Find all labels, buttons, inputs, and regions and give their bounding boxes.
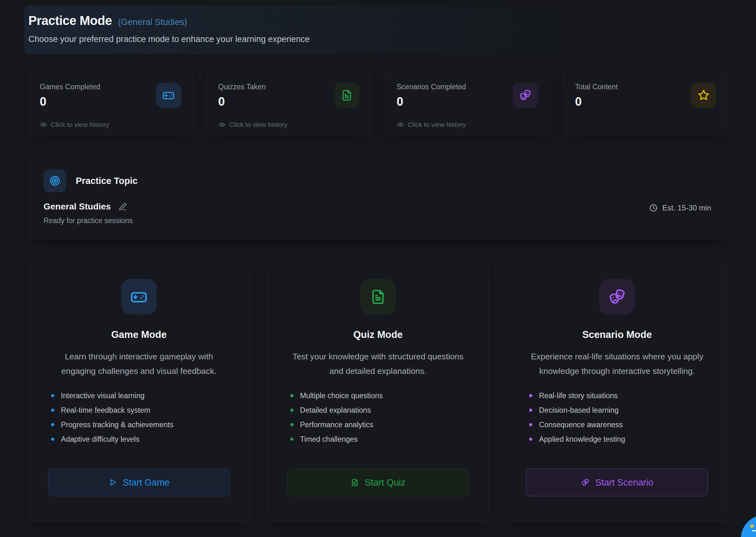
mode-title: Quiz Mode	[354, 329, 403, 341]
gamepad-icon	[121, 279, 157, 314]
feature-item: Consequence awareness	[529, 420, 708, 430]
file-text-icon	[334, 83, 359, 108]
bullet-icon	[290, 394, 293, 397]
header-topic-tag: (General Studies)	[118, 17, 187, 27]
start-quiz-button[interactable]: Start Quiz	[287, 469, 469, 496]
stat-value: 0	[397, 95, 466, 108]
sparkle-icon	[746, 521, 756, 535]
bullet-icon	[529, 423, 532, 426]
stat-value: 0	[575, 95, 618, 108]
page-title: Practice Mode	[28, 14, 112, 28]
stat-history-link[interactable]: Click to view history	[397, 121, 538, 128]
stats-row: Games Completed 0 Click to view history	[28, 65, 728, 136]
stat-card-scenarios-completed[interactable]: Scenarios Completed 0	[385, 65, 550, 136]
quiz-mode-card: Quiz Mode Test your knowledge with struc…	[267, 260, 489, 522]
play-icon	[108, 478, 117, 487]
practice-mode-page: { "theme": { "background": "#15171b", "c…	[0, 0, 756, 537]
pencil-icon	[118, 202, 127, 211]
feature-item: Real-time feedback system	[51, 405, 230, 415]
feature-item: Progress tracking & achievements	[51, 420, 230, 430]
mode-title: Game Mode	[111, 329, 167, 341]
mode-description: Test your knowledge with structured ques…	[287, 349, 469, 378]
stat-history-link[interactable]: Click to view history	[218, 121, 360, 128]
mode-feature-list: Real-life story situations Decision-base…	[526, 391, 708, 449]
mode-description: Experience real-life situations where yo…	[526, 349, 708, 378]
stat-label: Scenarios Completed	[397, 83, 466, 91]
stat-value: 0	[40, 95, 100, 108]
eye-icon	[218, 121, 226, 128]
stat-note-label: Click to view history	[408, 121, 466, 128]
feature-item: Performance analytics	[290, 420, 469, 430]
edit-topic-button[interactable]	[118, 202, 127, 211]
topic-estimate: Est. 15-30 min	[649, 203, 711, 212]
topic-name: General Studies	[44, 202, 111, 212]
eye-icon	[397, 121, 404, 128]
bullet-icon	[529, 409, 532, 412]
stat-label: Games Completed	[40, 83, 100, 91]
bullet-icon	[290, 423, 293, 426]
scenario-mode-card: Scenario Mode Experience real-life situa…	[506, 260, 728, 522]
practice-topic-card: Practice Topic General Studies Ready for…	[28, 155, 727, 240]
bullet-icon	[51, 437, 54, 441]
bullet-icon	[529, 437, 532, 441]
stat-note-label: Click to view history	[51, 121, 109, 128]
bullet-icon	[51, 409, 54, 412]
stat-card-total-content[interactable]: Total Content 0	[564, 65, 728, 136]
target-icon	[44, 169, 66, 192]
start-scenario-label: Start Scenario	[595, 477, 653, 488]
mode-feature-list: Multiple choice questions Detailed expla…	[287, 391, 469, 449]
feature-item: Timed challenges	[290, 434, 469, 444]
feature-item: Real-life story situations	[529, 391, 708, 400]
feature-item: Adaptive difficulty levels	[51, 434, 230, 444]
bullet-icon	[51, 394, 54, 397]
stat-history-link[interactable]: Click to view history	[40, 121, 181, 128]
bullet-icon	[51, 423, 54, 426]
start-game-button[interactable]: Start Game	[48, 469, 230, 496]
assistant-fab-button[interactable]	[741, 515, 756, 537]
theater-masks-icon	[513, 83, 538, 108]
file-text-icon	[351, 478, 359, 487]
modes-row: Game Mode Learn through interactive game…	[28, 260, 728, 522]
eye-icon	[40, 121, 47, 128]
page-header: Practice Mode (General Studies) Choose y…	[24, 6, 732, 54]
mode-description: Learn through interactive gameplay with …	[48, 349, 230, 378]
feature-item: Decision-based learning	[529, 405, 708, 415]
feature-item: Applied knowledge testing	[529, 434, 708, 444]
theater-masks-icon	[599, 279, 635, 314]
stat-label: Total Content	[575, 83, 618, 91]
bullet-icon	[290, 437, 293, 441]
stat-card-quizzes-taken[interactable]: Quizzes Taken 0 Click to view history	[207, 65, 371, 136]
game-mode-card: Game Mode Learn through interactive game…	[28, 260, 250, 522]
stat-label: Quizzes Taken	[218, 83, 266, 91]
stat-card-games-completed[interactable]: Games Completed 0 Click to view history	[28, 65, 193, 136]
feature-item: Multiple choice questions	[290, 391, 469, 400]
start-game-label: Start Game	[123, 477, 169, 488]
start-scenario-button[interactable]: Start Scenario	[526, 469, 708, 496]
mode-feature-list: Interactive visual learning Real-time fe…	[48, 391, 230, 449]
bullet-icon	[529, 394, 532, 397]
mode-title: Scenario Mode	[582, 329, 652, 341]
stat-note-label: Click to view history	[230, 121, 287, 128]
topic-heading: Practice Topic	[76, 176, 138, 186]
topic-status: Ready for practice sessions	[44, 217, 711, 225]
feature-item: Interactive visual learning	[51, 391, 230, 400]
stat-value: 0	[218, 95, 266, 108]
theater-masks-icon	[581, 478, 590, 487]
bullet-icon	[290, 409, 293, 412]
start-quiz-label: Start Quiz	[365, 477, 405, 488]
gamepad-icon	[156, 83, 181, 108]
feature-item: Detailed explanations	[290, 405, 469, 415]
page-subtitle: Choose your preferred practice mode to e…	[28, 34, 719, 44]
star-icon	[691, 83, 716, 108]
file-text-icon	[360, 279, 396, 314]
clock-icon	[649, 203, 658, 212]
topic-estimate-label: Est. 15-30 min	[662, 203, 711, 212]
